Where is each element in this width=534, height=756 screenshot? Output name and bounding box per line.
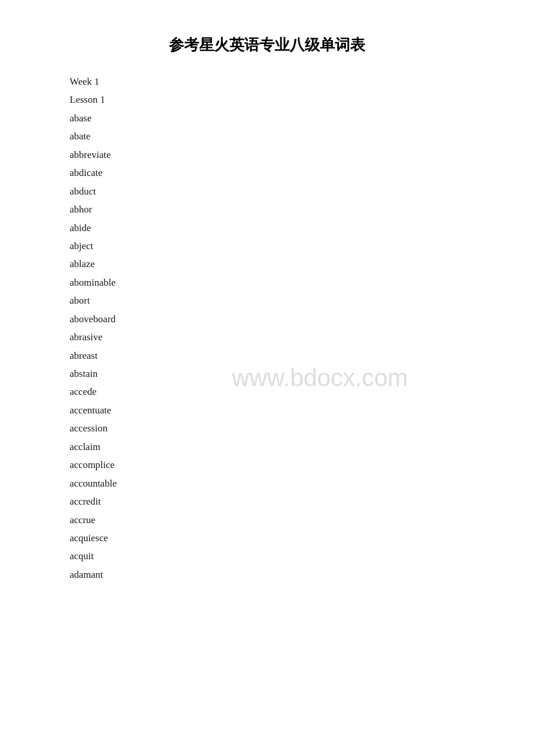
word-item: abduct: [70, 182, 464, 200]
word-item: acquit: [70, 547, 464, 565]
word-item: abhor: [70, 200, 464, 218]
word-item: abide: [70, 219, 464, 237]
word-item: abject: [70, 237, 464, 255]
word-item: accede: [70, 383, 464, 401]
page-container: www.bdocx.com 参考星火英语专业八级单词表 Week 1Lesson…: [0, 0, 534, 756]
word-item: aboveboard: [70, 310, 464, 328]
word-item: abate: [70, 127, 464, 145]
word-item: accomplice: [70, 456, 464, 474]
word-item: abdicate: [70, 164, 464, 182]
word-item: accredit: [70, 492, 464, 510]
word-item: adamant: [70, 566, 464, 584]
word-item: abstain: [70, 365, 464, 383]
word-item: abase: [70, 109, 464, 127]
page-title: 参考星火英语专业八级单词表: [70, 35, 464, 55]
week-heading: Week 1: [70, 73, 464, 91]
word-item: abominable: [70, 273, 464, 291]
word-item: accentuate: [70, 401, 464, 419]
word-item: abbreviate: [70, 146, 464, 164]
word-item: ablaze: [70, 255, 464, 273]
word-item: accrue: [70, 511, 464, 529]
word-item: accountable: [70, 474, 464, 492]
word-item: abreast: [70, 347, 464, 365]
word-item: acclaim: [70, 438, 464, 456]
word-item: acquiesce: [70, 529, 464, 547]
word-item: accession: [70, 419, 464, 437]
word-item: abrasive: [70, 328, 464, 346]
lesson-heading: Lesson 1: [70, 91, 464, 109]
word-list: Week 1Lesson 1abaseabateabbreviateabdica…: [70, 73, 464, 584]
word-item: abort: [70, 291, 464, 309]
